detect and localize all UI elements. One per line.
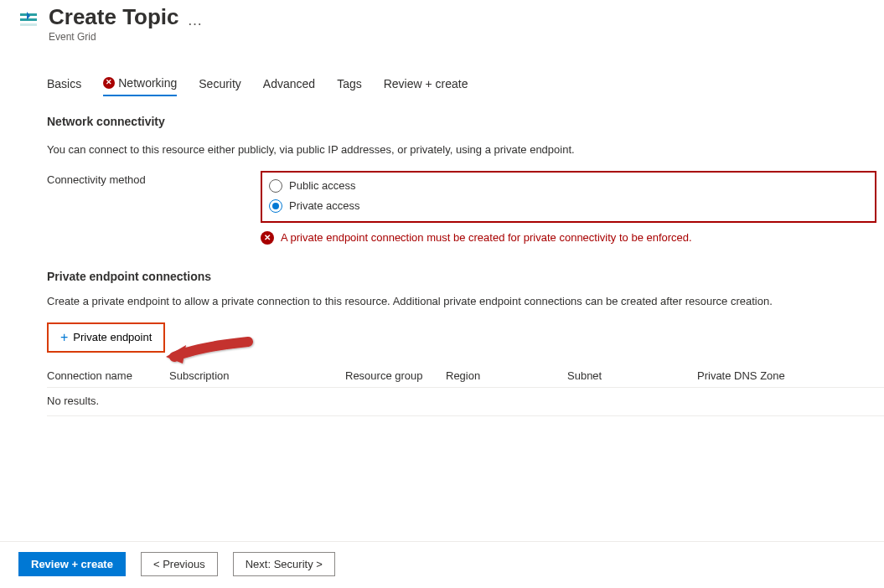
connectivity-method-group: Public access Private access [261, 171, 876, 223]
plus-icon: + [60, 331, 68, 344]
svg-marker-3 [166, 345, 186, 364]
tab-basics[interactable]: Basics [47, 76, 81, 96]
private-endpoint-table: Connection name Subscription Resource gr… [47, 364, 884, 416]
svg-rect-2 [20, 23, 37, 26]
tab-advanced[interactable]: Advanced [263, 76, 315, 96]
event-grid-icon [18, 10, 39, 30]
radio-private-access[interactable]: Private access [269, 196, 868, 216]
col-connection-name[interactable]: Connection name [47, 369, 169, 382]
tab-security[interactable]: Security [199, 76, 241, 96]
network-connectivity-heading: Network connectivity [47, 115, 884, 128]
radio-public-label: Public access [289, 179, 355, 192]
tab-networking-label: Networking [118, 76, 177, 90]
connectivity-method-label: Connectivity method [47, 171, 261, 186]
error-icon [261, 231, 274, 245]
page-subtitle: Event Grid [49, 31, 179, 43]
col-resource-group[interactable]: Resource group [345, 369, 446, 382]
network-connectivity-desc: You can connect to this resource either … [47, 143, 801, 156]
tab-review-create[interactable]: Review + create [384, 76, 468, 96]
previous-button[interactable]: < Previous [141, 552, 218, 576]
validation-error-text: A private endpoint connection must be cr… [281, 231, 692, 244]
next-button[interactable]: Next: Security > [233, 552, 335, 576]
private-endpoint-desc: Create a private endpoint to allow a pri… [47, 295, 801, 307]
add-private-endpoint-label: Private endpoint [73, 331, 152, 343]
page-header: Create Topic Event Grid … [0, 0, 884, 43]
table-empty-row: No results. [47, 387, 884, 416]
tab-bar: Basics Networking Security Advanced Tags… [47, 76, 884, 96]
more-menu-icon[interactable]: … [188, 12, 204, 29]
radio-icon [269, 179, 282, 193]
private-endpoint-heading: Private endpoint connections [47, 270, 884, 283]
error-icon [103, 77, 115, 89]
add-private-endpoint-button[interactable]: + Private endpoint [47, 322, 165, 353]
radio-public-access[interactable]: Public access [269, 176, 868, 196]
tab-networking[interactable]: Networking [103, 76, 177, 96]
tab-tags[interactable]: Tags [337, 76, 362, 96]
col-subscription[interactable]: Subscription [169, 369, 345, 382]
page-title: Create Topic [49, 5, 179, 30]
radio-icon [269, 199, 282, 213]
validation-error: A private endpoint connection must be cr… [261, 231, 884, 245]
table-header-row: Connection name Subscription Resource gr… [47, 364, 884, 387]
svg-rect-1 [20, 18, 37, 21]
wizard-footer: Review + create < Previous Next: Securit… [0, 541, 884, 588]
col-subnet[interactable]: Subnet [567, 369, 697, 382]
col-private-dns[interactable]: Private DNS Zone [697, 369, 831, 382]
col-region[interactable]: Region [446, 369, 567, 382]
review-create-button[interactable]: Review + create [18, 552, 126, 576]
radio-private-label: Private access [289, 199, 360, 212]
